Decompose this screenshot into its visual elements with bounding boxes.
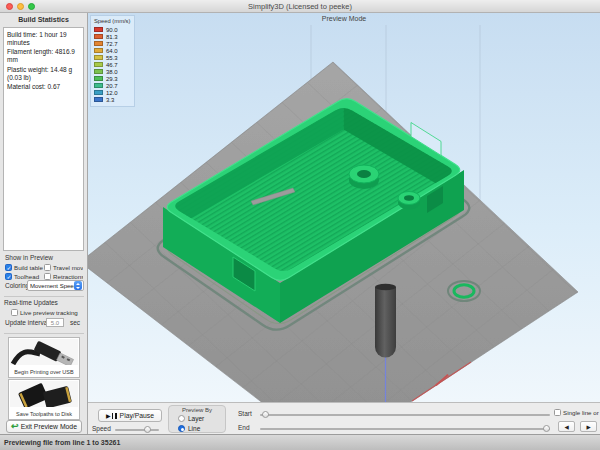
preview-by-group: Preview By Layer Line [168, 405, 226, 433]
build-stats-lines: Build time: 1 hour 19 minutesFilament le… [3, 27, 84, 251]
update-interval-field[interactable]: 5.0 [46, 318, 64, 327]
divider [4, 296, 84, 297]
play-pause-button[interactable]: ▶ Play/Pause [98, 409, 162, 422]
title-bar: Simplify3D (Licensed to peeke) [0, 0, 600, 13]
single-line-checkbox[interactable] [554, 409, 561, 416]
stat-line: Material cost: 0.67 [7, 83, 80, 91]
checkbox-label: Toolhead [14, 273, 39, 280]
status-bar: Previewing file from line 1 to 35261 [0, 434, 600, 450]
legend-entry: 20.7 [94, 82, 132, 89]
line-radio-button[interactable] [178, 425, 185, 432]
end-slider-handle[interactable] [543, 425, 550, 432]
previous-line-button[interactable]: ◀ [558, 421, 575, 432]
exit-button-label: Exit Preview Mode [21, 423, 77, 430]
legend-entry: 64.0 [94, 47, 132, 54]
legend-color-swatch [94, 62, 103, 68]
legend-color-swatch [94, 34, 103, 40]
legend-value: 81.3 [106, 34, 118, 40]
layer-radio-button[interactable] [178, 415, 185, 422]
realtime-updates-label: Real-time Updates [4, 299, 58, 306]
stat-line: Plastic weight: 14.48 g (0.03 lb) [7, 66, 80, 82]
checkbox-label: Build table [14, 264, 43, 271]
previous-icon: ◀ [564, 424, 568, 430]
legend-entry: 3.3 [94, 96, 132, 103]
legend-color-swatch [94, 41, 103, 47]
pause-icon [112, 413, 117, 419]
speed-slider-label: Speed [92, 425, 111, 432]
checkbox[interactable] [5, 273, 12, 280]
line-radio-label: Line [188, 425, 200, 432]
preview-3d-scene[interactable] [88, 13, 600, 402]
end-slider-label: End [238, 424, 250, 431]
legend-value: 55.3 [106, 55, 118, 61]
live-tracking-row[interactable]: Live preview tracking [11, 309, 78, 316]
legend-entry: 29.3 [94, 75, 132, 82]
legend-color-swatch [94, 55, 103, 61]
stat-line: Build time: 1 hour 19 minutes [7, 31, 80, 47]
legend-color-swatch [94, 69, 103, 75]
start-slider-label: Start [238, 410, 252, 417]
legend-entry: 55.3 [94, 54, 132, 61]
radio-layer[interactable]: Layer [178, 415, 204, 422]
legend-entry: 46.7 [94, 61, 132, 68]
end-slider-track[interactable] [260, 428, 550, 430]
simplify3d-window: Simplify3D (Licensed to peeke) Build Sta… [0, 0, 600, 450]
legend-value: 46.7 [106, 62, 118, 68]
speed-legend: Speed (mm/s) 90.081.372.764.055.346.738.… [90, 15, 135, 107]
legend-value: 38.0 [106, 69, 118, 75]
disk-button-caption: Save Toolpaths to Disk [10, 411, 78, 418]
begin-printing-usb-button[interactable]: Begin Printing over USB [8, 337, 80, 378]
checkbox[interactable] [44, 273, 51, 280]
legend-color-swatch [94, 27, 103, 33]
back-arrow-icon: ↩ [11, 422, 19, 431]
update-interval-unit: sec [70, 319, 80, 326]
model-standoff-1 [349, 165, 379, 189]
legend-color-swatch [94, 76, 103, 82]
play-pause-label: Play/Pause [120, 412, 154, 419]
preview-option[interactable]: Build table [5, 264, 44, 271]
checkbox-label: Retractions [53, 273, 83, 280]
status-text: Previewing file from line 1 to 35261 [0, 435, 600, 450]
preview-checkbox-grid: Build tableTravel movesToolheadRetractio… [5, 263, 87, 281]
usb-button-caption: Begin Printing over USB [10, 369, 78, 376]
exit-preview-mode-button[interactable]: ↩ Exit Preview Mode [6, 420, 82, 433]
legend-value: 3.3 [106, 97, 114, 103]
legend-value: 12.0 [106, 90, 118, 96]
live-tracking-checkbox[interactable] [11, 309, 18, 316]
save-toolpaths-disk-button[interactable]: Save Toolpaths to Disk [8, 379, 80, 420]
legend-color-swatch [94, 83, 103, 89]
live-tracking-label: Live preview tracking [20, 309, 78, 316]
divider [4, 333, 84, 334]
preview-option[interactable]: Retractions [44, 273, 83, 280]
sd-cards-image [10, 381, 78, 407]
toolhead-indicator [375, 284, 396, 358]
stat-line: Filament length: 4816.9 mm [7, 48, 80, 64]
checkbox[interactable] [5, 264, 12, 271]
preview-mode-label: Preview Mode [88, 15, 600, 22]
preview-option[interactable]: Travel moves [44, 264, 83, 271]
radio-line[interactable]: Line [178, 425, 200, 432]
speed-slider-track[interactable] [115, 429, 159, 431]
start-slider-handle[interactable] [262, 411, 269, 418]
model-standoff-2 [398, 192, 420, 210]
speed-legend-entries: 90.081.372.764.055.346.738.029.320.712.0… [94, 26, 132, 103]
checkbox[interactable] [44, 264, 51, 271]
legend-entry: 12.0 [94, 89, 132, 96]
coloring-dropdown[interactable]: Movement Speed [27, 280, 84, 291]
legend-color-swatch [94, 48, 103, 54]
single-line-checkbox-row[interactable]: Single line or [554, 409, 600, 416]
next-icon: ▶ [586, 424, 590, 430]
preview-option[interactable]: Toolhead [5, 273, 44, 280]
start-slider-track[interactable] [260, 414, 550, 416]
legend-entry: 81.3 [94, 33, 132, 40]
left-panel: Build Statistics Build time: 1 hour 19 m… [0, 13, 88, 434]
legend-value: 20.7 [106, 83, 118, 89]
play-icon: ▶ [106, 412, 111, 419]
layer-radio-label: Layer [188, 415, 204, 422]
legend-entry: 90.0 [94, 26, 132, 33]
checkbox-label: Travel moves [53, 264, 83, 271]
next-line-button[interactable]: ▶ [580, 421, 597, 432]
coloring-label: Coloring [5, 282, 29, 289]
preview-by-label: Preview By [169, 407, 225, 413]
speed-slider-handle[interactable] [144, 426, 151, 433]
